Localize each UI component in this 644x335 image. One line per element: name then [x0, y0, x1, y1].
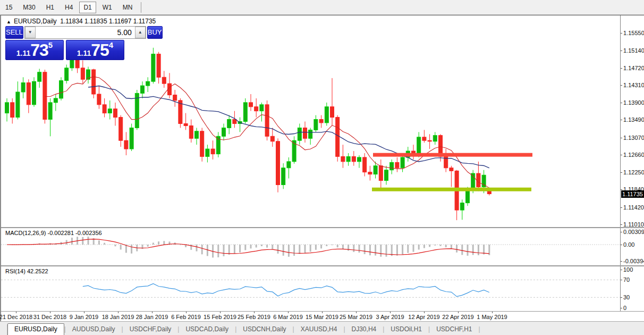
buy-quote-button[interactable]: 1.11754	[66, 40, 124, 60]
date-tick-mark	[390, 312, 391, 313]
timeframe-button-d1[interactable]: D1	[79, 2, 96, 13]
date-tick-mark	[254, 312, 255, 313]
chart-tab-usdcad-3[interactable]: USDCAD,Daily	[179, 324, 235, 335]
sell-price-prefix: 1.11	[16, 48, 30, 58]
chart-symbol-label: EURUSD,Daily	[14, 18, 57, 25]
date-tick-mark	[356, 312, 357, 313]
timeframe-button-h4[interactable]: H4	[61, 2, 77, 13]
date-tick-mark	[186, 312, 187, 313]
tabbar-leading-spacer	[0, 324, 7, 335]
chart-tab-usdoil-7[interactable]: USDOil,H1	[384, 324, 428, 335]
price-chart-pane[interactable]: ▲EURUSD,Daily 1.11834 1.11835 1.11697 1.…	[1, 15, 644, 227]
chart-window: ▲EURUSD,Daily 1.11834 1.11835 1.11697 1.…	[0, 15, 644, 321]
toolbar-separator	[141, 2, 141, 13]
date-tick-label: 21 Dec 2018	[0, 314, 32, 320]
date-tick-mark	[458, 312, 459, 313]
chart-title: ▲EURUSD,Daily 1.11834 1.11835 1.11697 1.…	[6, 18, 156, 25]
chart-ohlc-values: 1.11834 1.11835 1.11697 1.11735	[60, 18, 156, 25]
date-tick-label: 25 Mar 2019	[340, 314, 372, 320]
chart-tab-usdchf-8[interactable]: USDCHF,H1	[430, 324, 478, 335]
timeframe-button-mn[interactable]: MN	[118, 2, 137, 13]
macd-axis: 0.0030950.00-0.003947	[620, 228, 644, 265]
rsi-tick-label: 70	[623, 277, 630, 283]
rsi-label: RSI(14) 42.2522	[5, 268, 48, 274]
sell-button[interactable]: SELL	[5, 26, 23, 39]
date-tick-mark	[492, 312, 493, 313]
volume-stepper: ▼ ▲	[24, 26, 146, 39]
price-tick-label: 1.14310	[623, 82, 644, 88]
date-tick-mark	[322, 312, 323, 313]
volume-decrease-button[interactable]: ▼	[25, 27, 36, 38]
current-price-tag: 1.11735	[621, 190, 644, 198]
rsi-tick-label: 100	[623, 266, 633, 273]
price-tick-label: 1.13900	[623, 99, 644, 106]
collapse-arrow-icon[interactable]: ▲	[6, 19, 11, 24]
sell-quote-button[interactable]: 1.11735	[5, 40, 64, 60]
date-tick-label: 6 Mar 2019	[273, 314, 303, 320]
rsi-tick-label: 30	[623, 294, 630, 300]
chart-tab-eurusd-0[interactable]: EURUSD,Daily	[7, 323, 64, 335]
macd-tick-label: -0.003947	[623, 258, 644, 264]
chart-tab-bar: EURUSD,Daily|AUDUSD,Daily|USDCHF,Daily|U…	[0, 321, 644, 335]
date-tick-label: 1 May 2019	[477, 314, 507, 320]
buy-button[interactable]: BUY	[147, 26, 163, 39]
timeframe-button-m30[interactable]: M30	[19, 2, 39, 13]
buy-price-pip: 4	[109, 41, 113, 49]
date-tick-mark	[16, 312, 16, 313]
date-tick-mark	[424, 312, 425, 313]
volume-increase-button[interactable]: ▲	[135, 27, 146, 38]
rsi-tick-label: 0	[623, 305, 626, 311]
date-tick-mark	[288, 312, 289, 313]
tab-separator: |	[479, 325, 480, 335]
macd-tick-label: 0.00	[623, 241, 634, 248]
date-axis[interactable]: 21 Dec 201831 Dec 20189 Jan 201918 Jan 2…	[1, 311, 644, 322]
buy-price-prefix: 1.11	[77, 48, 91, 58]
sell-price-main: 73	[30, 42, 48, 58]
date-tick-label: 6 Feb 2019	[171, 314, 201, 320]
rsi-axis: 10070300	[620, 266, 644, 311]
price-tick-label: 1.15140	[623, 47, 644, 54]
one-click-trading-panel: SELL ▼ ▲ BUY 1.11735 1.11754	[5, 26, 124, 60]
chart-tab-audusd-1[interactable]: AUDUSD,Daily	[66, 324, 122, 335]
chart-tab-dj30-6[interactable]: DJ30,H4	[345, 324, 383, 335]
chart-tab-xauusd-5[interactable]: XAUUSD,H4	[294, 324, 344, 335]
chart-tab-usdchf-2[interactable]: USDCHF,Daily	[123, 324, 178, 335]
date-tick-label: 18 Jan 2019	[102, 314, 134, 320]
date-tick-mark	[118, 312, 118, 313]
timeframe-button-15[interactable]: 15	[1, 2, 16, 13]
date-tick-label: 15 Feb 2019	[204, 314, 236, 320]
timeframe-toolbar: 15M30H1H4D1W1MN	[0, 0, 644, 15]
chart-tab-usdcnh-4[interactable]: USDCNH,Daily	[236, 324, 292, 335]
date-tick-label: 3 Apr 2019	[376, 314, 404, 320]
price-axis[interactable]: 1.155501.151401.147201.143101.139001.134…	[620, 15, 644, 227]
buy-price-main: 75	[91, 42, 109, 58]
rsi-chart	[1, 266, 620, 311]
rsi-pane[interactable]: RSI(14) 42.2522 10070300	[1, 265, 644, 311]
date-tick-label: 9 Jan 2019	[70, 314, 98, 320]
price-tick-label: 1.15550	[623, 30, 644, 36]
date-tick-mark	[50, 312, 50, 313]
timeframe-button-h1[interactable]: H1	[42, 2, 58, 13]
date-tick-mark	[220, 312, 221, 313]
price-tick-label: 1.13490	[623, 116, 644, 123]
volume-input[interactable]	[36, 27, 135, 38]
date-tick-label: 25 Feb 2019	[238, 314, 270, 320]
price-tick-label: 1.14720	[623, 65, 644, 71]
date-tick-label: 12 Apr 2019	[408, 314, 439, 320]
price-tick-label: 1.12660	[623, 152, 644, 158]
timeframe-button-w1[interactable]: W1	[98, 2, 116, 13]
macd-tick-label: 0.003095	[623, 229, 644, 235]
price-tick-label: 1.12250	[623, 169, 644, 175]
date-tick-label: 15 Mar 2019	[306, 314, 338, 320]
date-tick-label: 31 Dec 2018	[33, 314, 66, 320]
macd-label: MACD(12,26,9) -0.002281 -0.002356	[5, 230, 102, 236]
date-tick-label: 22 Apr 2019	[442, 314, 473, 320]
price-tick-label: 1.11420	[623, 204, 644, 211]
sell-price-pip: 5	[48, 41, 53, 49]
date-tick-mark	[84, 312, 84, 313]
date-tick-mark	[152, 312, 152, 313]
price-tick-label: 1.13070	[623, 135, 644, 141]
date-tick-label: 28 Jan 2019	[136, 314, 168, 320]
macd-pane[interactable]: MACD(12,26,9) -0.002281 -0.002356 0.0030…	[1, 227, 644, 265]
